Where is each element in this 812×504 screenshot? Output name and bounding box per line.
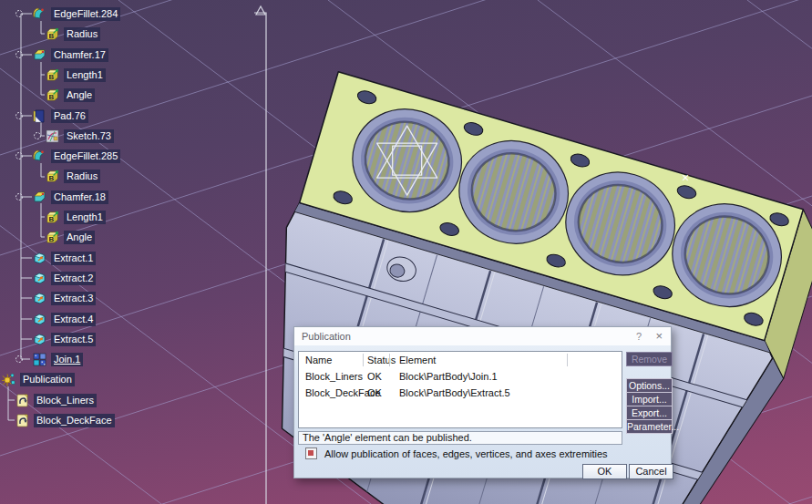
chamfer-icon xyxy=(33,48,46,62)
sketch-icon xyxy=(46,129,59,143)
column-header-element[interactable]: Element xyxy=(395,352,622,368)
help-icon[interactable]: ? xyxy=(636,331,642,342)
column-separator xyxy=(567,354,568,366)
column-header-name[interactable]: Name xyxy=(299,352,365,368)
publication-table: Name Status Element Block_Liners OK Bloc… xyxy=(298,351,622,428)
extract-icon xyxy=(33,252,46,265)
tree-item-block-liners[interactable]: Block_Liners xyxy=(0,394,273,408)
close-icon[interactable]: × xyxy=(655,329,663,343)
tree-item-label: EdgeFillet.285 xyxy=(51,149,120,163)
chamfer-icon xyxy=(33,190,46,204)
tree-item-angle[interactable]: B Angle xyxy=(0,231,273,245)
tree-item-chamfer-17[interactable]: Chamfer.17 xyxy=(0,48,273,63)
cell-name: Block_DeckFace xyxy=(299,385,365,401)
tree-item-label: Radius xyxy=(64,27,100,41)
cell-name: Block_Liners xyxy=(299,368,365,385)
tree-item-angle[interactable]: B Angle xyxy=(0,88,273,103)
tree-item-length1[interactable]: B Length1 xyxy=(0,68,273,83)
tree-item-chamfer-18[interactable]: Chamfer.18 xyxy=(0,190,273,205)
tree-item-label: Extract.5 xyxy=(51,333,96,346)
tree-item-label: Publication xyxy=(20,373,75,386)
parameter-icon: B xyxy=(46,211,59,224)
tree-item-label: Join.1 xyxy=(51,353,83,366)
tree-item-block-deckface[interactable]: Block_DeckFace xyxy=(0,414,273,428)
tree-item-edgefillet-284[interactable]: EdgeFillet.284 xyxy=(0,7,273,22)
extract-icon xyxy=(33,333,46,346)
ok-button[interactable]: OK xyxy=(582,464,627,479)
checkbox-label: Allow publication of faces, edges, verti… xyxy=(324,448,608,459)
publication-item-icon xyxy=(15,394,29,407)
edgefillet-icon xyxy=(33,7,46,21)
parameter-icon: B xyxy=(46,88,59,102)
column-separator xyxy=(363,354,364,366)
table-header: Name Status Element xyxy=(299,352,622,368)
tree-item-label: Extract.2 xyxy=(51,272,96,285)
parameter-icon: B xyxy=(46,27,59,41)
extract-icon xyxy=(33,272,46,285)
tree-item-join-1[interactable]: Join.1 xyxy=(0,353,273,367)
dialog-status-bar: The 'Angle' element can be published. xyxy=(298,431,622,445)
tree-item-extract-5[interactable]: Extract.5 xyxy=(0,333,273,347)
table-row[interactable]: Block_Liners OK Block\PartBody\Join.1 xyxy=(299,368,622,385)
parameter-icon: B xyxy=(46,231,59,244)
tree-item-label: EdgeFillet.284 xyxy=(51,7,120,21)
cancel-button[interactable]: Cancel xyxy=(629,464,673,479)
pad-icon xyxy=(33,109,46,123)
tree-item-sketch-73[interactable]: Sketch.73 xyxy=(0,129,273,144)
tree-item-label: Length1 xyxy=(64,68,106,82)
tree-item-label: Extract.3 xyxy=(51,292,96,305)
table-row[interactable]: Block_DeckFace OK Block\PartBody\Extract… xyxy=(299,385,622,401)
remove-button[interactable]: Remove xyxy=(626,352,673,366)
tree-item-length1[interactable]: B Length1 xyxy=(0,211,273,225)
extract-icon xyxy=(33,313,46,326)
allow-publication-checkbox[interactable] xyxy=(305,447,317,459)
tree-item-label: Block_DeckFace xyxy=(34,414,115,427)
import-button[interactable]: Import... xyxy=(626,392,673,406)
cell-status: OK xyxy=(365,368,395,385)
tree-item-label: Angle xyxy=(64,231,95,244)
tree-item-label: Chamfer.17 xyxy=(51,48,108,62)
tree-item-radius[interactable]: B Radius xyxy=(0,27,273,42)
tree-item-extract-2[interactable]: Extract.2 xyxy=(0,272,273,286)
tree-item-label: Pad.76 xyxy=(51,109,88,123)
column-header-status[interactable]: Status xyxy=(365,352,395,368)
tree-item-pad-76[interactable]: Pad.76 xyxy=(0,109,273,124)
specification-tree: EdgeFillet.284 B Radius Chamfer.17 B Len… xyxy=(0,0,273,504)
tree-item-extract-3[interactable]: Extract.3 xyxy=(0,292,273,306)
tree-item-label: Block_Liners xyxy=(34,394,97,407)
parameter-icon: B xyxy=(46,170,59,183)
dialog-title: Publication xyxy=(302,331,351,342)
publication-item-icon xyxy=(15,414,29,427)
column-separator xyxy=(389,354,390,366)
tree-item-publication[interactable]: Publication xyxy=(0,373,273,387)
cell-status: OK xyxy=(365,385,395,401)
tree-item-label: Angle xyxy=(64,88,95,102)
parameter-button[interactable]: Parameter... xyxy=(626,419,673,434)
tree-item-label: Length1 xyxy=(64,211,106,224)
parameter-icon: B xyxy=(46,68,59,82)
dialog-title-bar[interactable]: Publication ? × xyxy=(294,327,671,345)
tree-item-label: Extract.4 xyxy=(51,313,96,326)
edgefillet-icon xyxy=(33,149,46,163)
export-button[interactable]: Export... xyxy=(626,406,673,420)
tree-item-edgefillet-285[interactable]: EdgeFillet.285 xyxy=(0,149,273,164)
join-icon xyxy=(33,353,46,366)
tree-item-label: Radius xyxy=(64,170,100,183)
table-body: Block_Liners OK Block\PartBody\Join.1 Bl… xyxy=(299,368,622,401)
tree-item-label: Chamfer.18 xyxy=(51,190,108,204)
publication-dialog: Publication ? × Name Status Element Bloc… xyxy=(293,326,672,478)
publication-root-icon xyxy=(2,373,15,386)
tree-item-radius[interactable]: B Radius xyxy=(0,170,273,184)
tree-item-label: Extract.1 xyxy=(51,252,96,265)
tree-item-extract-1[interactable]: Extract.1 xyxy=(0,252,273,266)
extract-icon xyxy=(33,292,46,305)
cell-element: Block\PartBody\Join.1 xyxy=(395,368,622,385)
tree-item-extract-4[interactable]: Extract.4 xyxy=(0,313,273,327)
tree-item-label: Sketch.73 xyxy=(64,129,114,143)
options-button[interactable]: Options... xyxy=(626,378,673,393)
cell-element: Block\PartBody\Extract.5 xyxy=(395,385,622,401)
